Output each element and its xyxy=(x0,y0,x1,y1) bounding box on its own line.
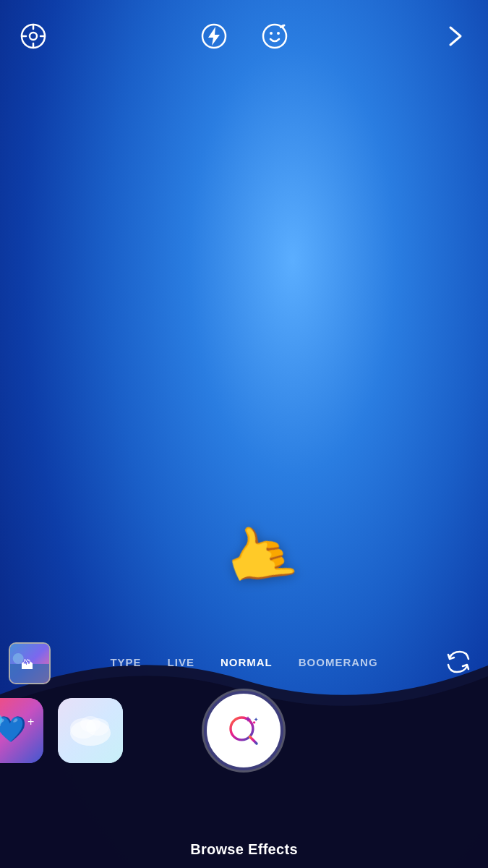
effect-icon-hearts[interactable]: 💙 + xyxy=(0,698,43,763)
svg-line-26 xyxy=(250,737,257,744)
mode-normal[interactable]: NORMAL xyxy=(207,650,286,674)
settings-button[interactable] xyxy=(17,20,49,52)
svg-marker-7 xyxy=(208,27,220,46)
svg-point-11 xyxy=(283,25,285,27)
flip-camera-button[interactable] xyxy=(440,644,476,680)
svg-point-10 xyxy=(277,32,280,35)
mode-selector-bar: TYPE LIVE NORMAL BOOMERANG xyxy=(0,637,488,687)
top-bar xyxy=(0,0,488,58)
svg-text:+: + xyxy=(27,715,34,728)
svg-text:💙: 💙 xyxy=(0,714,27,744)
bottom-panel: 🏔 TYPE LIVE NORMAL BOOMERANG xyxy=(0,637,488,868)
effect-icon-cloud[interactable] xyxy=(58,698,123,763)
next-button[interactable] xyxy=(439,20,471,52)
browse-effects-button[interactable] xyxy=(204,691,283,770)
flash-button[interactable] xyxy=(198,20,230,52)
mode-boomerang[interactable]: BOOMERANG xyxy=(286,650,391,674)
mode-live[interactable]: LIVE xyxy=(155,650,207,674)
browse-effects-label: Browse Effects xyxy=(0,841,488,858)
face-effects-button[interactable] xyxy=(259,20,291,52)
effects-row: 💙 + xyxy=(0,709,488,817)
svg-point-9 xyxy=(270,32,273,35)
top-center-icons xyxy=(198,20,291,52)
svg-point-1 xyxy=(30,33,37,40)
svg-point-8 xyxy=(263,25,286,48)
svg-point-24 xyxy=(80,716,100,732)
mode-type[interactable]: TYPE xyxy=(97,650,154,674)
svg-point-27 xyxy=(253,721,255,723)
